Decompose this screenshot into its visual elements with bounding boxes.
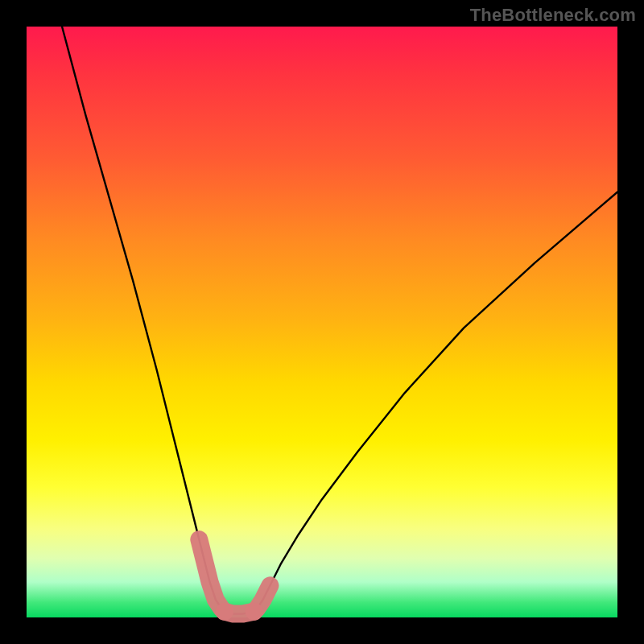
chart-overlay	[0, 0, 644, 644]
highlight-thick-highlight-left	[199, 539, 225, 612]
curve-right-curve	[254, 192, 617, 612]
curve-left-curve	[62, 27, 225, 612]
highlight-thick-highlight-right	[254, 585, 270, 611]
watermark-text: TheBottleneck.com	[470, 5, 636, 26]
